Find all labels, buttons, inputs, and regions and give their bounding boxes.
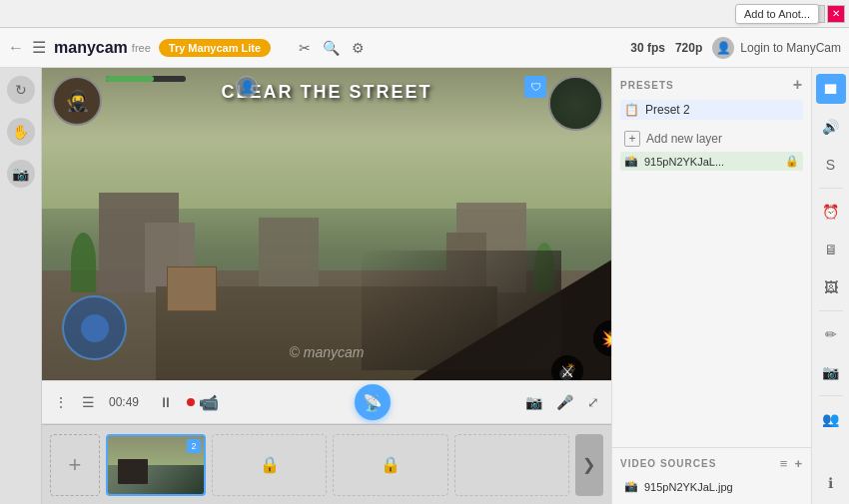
layer-strip: + 2 🔒 🔒 ❯ (42, 424, 611, 504)
icon-bar-divider-2 (819, 310, 843, 311)
presets-section-header: PRESETS + (620, 76, 803, 94)
action-btn-4[interactable]: ⚔ (551, 355, 583, 380)
layer-item[interactable]: 📸 915pN2YKJaL... 🔒 (620, 152, 803, 171)
center-content: Clear THE STREET 🥷 👤 🛡 (42, 68, 611, 504)
preset-label: Preset 2 (645, 103, 690, 117)
watermark: © manycam (290, 344, 365, 360)
main-area: ↻ ✋ 📷 (0, 68, 849, 504)
video-sources-section: VIDEO SOURCES ≡ + 📸 915pN2YKJaL.jpg (612, 447, 811, 504)
brand-name: manycam (54, 39, 128, 57)
layer-item-name: 915pN2YKJaL... (644, 156, 779, 168)
close-button[interactable]: ✕ (827, 5, 845, 23)
joystick[interactable] (62, 295, 127, 360)
add-layer-button[interactable]: + (50, 434, 100, 496)
brand-free-label: free (132, 42, 151, 54)
icon-bar-divider-3 (819, 395, 843, 396)
back-icon[interactable]: ← (8, 39, 24, 57)
icon-bar-pencil[interactable]: ✏ (816, 319, 846, 349)
layer-empty-1: 🔒 (212, 434, 327, 496)
zoom-icon[interactable]: 🔍 (323, 40, 340, 56)
layer-empty-3 (454, 434, 569, 496)
right-panel: PRESETS + 📋 Preset 2 + Add new layer 📸 9… (611, 68, 811, 504)
icon-bar-clock[interactable]: ⏰ (816, 197, 846, 227)
video-area: Clear THE STREET 🥷 👤 🛡 (42, 68, 611, 380)
login-area[interactable]: 👤 Login to ManyCam (712, 37, 841, 59)
toolbar-left: ← ☰ manycam free Try Manycam Lite ✂ 🔍 ⚙ (8, 38, 622, 57)
icon-bar-info[interactable]: ℹ (816, 468, 846, 498)
sidebar-icon-1[interactable]: ↻ (7, 76, 35, 104)
vs-settings-icon[interactable]: ≡ (780, 456, 789, 471)
add-layer-icon: + (624, 131, 640, 147)
crop-icon[interactable]: ✂ (299, 40, 311, 56)
preset-item[interactable]: 📋 Preset 2 (620, 100, 803, 120)
presets-add-button[interactable]: + (793, 76, 803, 94)
layer-thumbnail[interactable]: 2 (106, 434, 206, 496)
right-panel-top: PRESETS + 📋 Preset 2 + Add new layer 📸 9… (612, 68, 811, 447)
joystick-inner (81, 314, 109, 342)
login-text: Login to ManyCam (740, 41, 841, 55)
vs-item-name: 915pN2YKJaL.jpg (644, 481, 733, 493)
icon-bar-image[interactable]: 🖼 (816, 272, 846, 302)
game-background: Clear THE STREET 🥷 👤 🛡 (42, 68, 611, 380)
icon-bar-divider-1 (819, 188, 843, 189)
more-options-icon[interactable]: ⋮ (54, 394, 68, 410)
menu-icon[interactable]: ☰ (32, 38, 46, 57)
try-button[interactable]: Try Manycam Lite (159, 39, 271, 57)
icon-bar-text[interactable]: S (816, 150, 846, 180)
left-sidebar: ↻ ✋ 📷 (0, 68, 42, 504)
preset-icon: 📋 (624, 103, 639, 117)
icon-bar-photo[interactable]: 📷 (816, 357, 846, 387)
toolbar: ← ☰ manycam free Try Manycam Lite ✂ 🔍 ⚙ … (0, 28, 849, 68)
vs-add-icon[interactable]: + (794, 456, 803, 471)
user-avatar: 👤 (712, 37, 734, 59)
right-icon-bar: ⯀ 🔊 S ⏰ 🖥 🖼 ✏ 📷 👥 ℹ (811, 68, 849, 504)
mic-button[interactable]: 🎤 (556, 394, 573, 410)
title-bar: Add to Anot... – □ ✕ (0, 0, 849, 28)
layer-section: + Add new layer 📸 915pN2YKJaL... 🔒 (620, 128, 803, 171)
record-dot (187, 398, 195, 406)
broadcast-button[interactable]: 📡 (355, 384, 391, 420)
lock-icon-2: 🔒 (381, 455, 401, 474)
player-avatar: 🥷 (52, 76, 102, 126)
sidebar-icon-2[interactable]: ✋ (7, 118, 35, 146)
icon-bar-volume[interactable]: 🔊 (816, 112, 846, 142)
brand: manycam free (54, 39, 151, 57)
icon-bar-people[interactable]: 👥 (816, 404, 846, 434)
health-fill (106, 76, 154, 82)
icon-bar-screen[interactable]: 🖥 (816, 235, 846, 264)
presets-title: PRESETS (620, 80, 674, 91)
health-bar (106, 76, 186, 82)
layer-item-icon: 📸 (624, 155, 638, 168)
sidebar-icon-3[interactable]: 📷 (7, 160, 35, 188)
fps-display: 30 fps (630, 41, 665, 55)
pause-icon[interactable]: ⏸ (159, 394, 173, 410)
add-layer-row[interactable]: + Add new layer (620, 128, 803, 150)
playlist-icon[interactable]: ☰ (82, 394, 95, 410)
lock-icon-1: 🔒 (260, 455, 280, 474)
vs-title: VIDEO SOURCES (620, 458, 716, 469)
video-controls: ⋮ ☰ 00:49 ⏸ 📹 📡 📷 🎤 ⤢ (42, 380, 611, 424)
settings-icon[interactable]: ⚙ (352, 40, 365, 56)
vs-item[interactable]: 📸 915pN2YKJaL.jpg (620, 477, 803, 496)
vs-header: VIDEO SOURCES ≡ + (620, 456, 803, 471)
layer-scroll-right[interactable]: ❯ (575, 434, 603, 496)
vs-actions: ≡ + (780, 456, 803, 471)
layer-empty-2: 🔒 (333, 434, 447, 496)
tooltip-box: Add to Anot... (735, 4, 819, 24)
vs-item-icon: 📸 (624, 480, 638, 493)
expand-button[interactable]: ⤢ (587, 394, 599, 410)
add-layer-text: Add new layer (646, 132, 722, 146)
time-display: 00:49 (109, 395, 145, 409)
layer-badge: 2 (187, 439, 201, 453)
minimap (548, 76, 603, 131)
icon-bar-grid[interactable]: ⯀ (816, 74, 846, 104)
camera-button[interactable]: 📷 (525, 394, 542, 410)
record-button[interactable]: 📹 (187, 393, 219, 412)
resolution-display: 720p (675, 41, 702, 55)
toolbar-icons: ✂ 🔍 ⚙ (299, 40, 365, 56)
toolbar-right: 30 fps 720p 👤 Login to ManyCam (630, 37, 841, 59)
layer-lock-icon[interactable]: 🔒 (785, 155, 799, 168)
